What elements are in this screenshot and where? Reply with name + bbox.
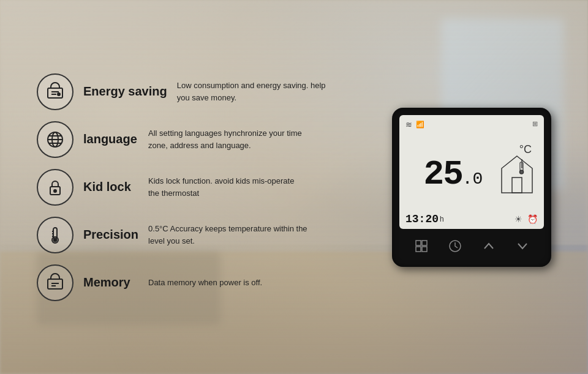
- temperature-value: 25: [424, 157, 462, 192]
- memory-desc: Data memory when power is off.: [148, 277, 262, 289]
- thermostat-screen: ≋ 📶 ⊞: [399, 115, 544, 229]
- kid-lock-desc: Kids lock function. avoid kids mis-opera…: [148, 175, 307, 199]
- feature-language: language All setting languages hynchroni…: [37, 121, 355, 158]
- features-list: Energy saving Low consumption and energy…: [37, 73, 355, 301]
- svg-point-24: [520, 170, 524, 174]
- feature-kid-lock: Kid lock Kids lock function. avoid kids …: [37, 169, 355, 206]
- precision-desc: 0.5°C Accuracy keeps temperature within …: [148, 223, 307, 247]
- svg-rect-25: [416, 241, 421, 245]
- up-button[interactable]: [478, 237, 500, 255]
- precision-icon-circle: [37, 217, 74, 253]
- clock-button[interactable]: [444, 237, 466, 255]
- schedule-icon: ⊞: [532, 120, 538, 128]
- language-label: language: [83, 132, 138, 146]
- kid-lock-label: Kid lock: [83, 180, 138, 194]
- down-button[interactable]: [511, 237, 533, 255]
- thermostat-outer: ≋ 📶 ⊞: [392, 108, 551, 267]
- feature-energy-saving: Energy saving Low consumption and energy…: [37, 73, 355, 110]
- svg-rect-26: [422, 241, 427, 245]
- time-value: 13:20: [405, 213, 439, 225]
- screen-main: 25 .0 °C: [405, 138, 538, 211]
- screen-bottom-icons: ☀ ⏰: [514, 214, 538, 224]
- temp-readout: 25 .0: [424, 157, 483, 192]
- language-desc: All setting languages hynchronize your t…: [148, 127, 307, 151]
- svg-rect-27: [416, 247, 421, 252]
- svg-rect-28: [422, 247, 427, 252]
- svg-rect-21: [512, 178, 522, 193]
- svg-rect-0: [48, 88, 62, 98]
- svg-marker-20: [502, 156, 532, 193]
- time-suffix: h: [440, 215, 444, 223]
- kid-lock-icon-circle: [37, 169, 74, 206]
- thermostat-buttons: [399, 229, 544, 260]
- clock-icon: ⏰: [527, 214, 538, 224]
- temperature-unit: °C: [519, 143, 532, 156]
- language-icon-circle: [37, 121, 74, 158]
- memory-label: Memory: [83, 275, 138, 290]
- energy-saving-desc: Low consumption and energy saving. help …: [177, 80, 336, 103]
- feature-precision: Precision 0.5°C Accuracy keeps temperatu…: [37, 217, 355, 253]
- screen-bottom: 13:20 h ☀ ⏰: [405, 212, 538, 226]
- feature-memory: Memory Data memory when power is off.: [37, 264, 355, 301]
- sun-icon: ☀: [514, 214, 522, 224]
- temperature-decimal: .0: [462, 170, 483, 189]
- house-svg: [499, 153, 535, 196]
- energy-saving-label: Energy saving: [83, 84, 167, 99]
- screen-top: ≋ 📶 ⊞: [405, 120, 538, 138]
- svg-point-13: [54, 238, 57, 241]
- svg-point-3: [58, 93, 60, 95]
- svg-point-10: [54, 190, 56, 192]
- precision-label: Precision: [83, 228, 138, 242]
- memory-icon-circle: [37, 264, 74, 301]
- heating-icon: ≋: [405, 120, 412, 129]
- wifi-icon: 📶: [416, 121, 424, 129]
- thermostat-device: ≋ 📶 ⊞: [392, 108, 551, 267]
- menu-button[interactable]: [410, 237, 432, 255]
- content-overlay: Energy saving Low consumption and energy…: [0, 0, 588, 374]
- energy-saving-icon-circle: [37, 73, 74, 110]
